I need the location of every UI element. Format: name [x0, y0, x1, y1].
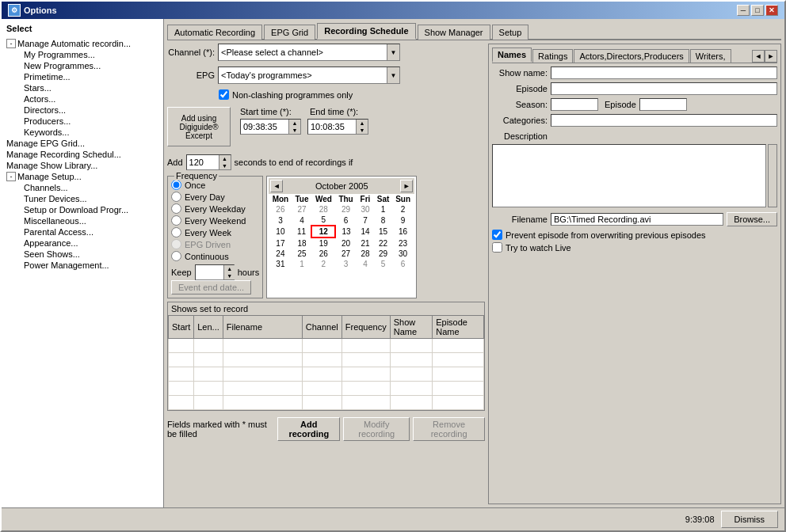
sidebar-item-channels[interactable]: Channels... — [5, 182, 160, 193]
seconds-up[interactable]: ▲ — [219, 155, 231, 162]
calendar-day[interactable]: 6 — [335, 215, 356, 226]
radio-every-weekend-input[interactable] — [171, 215, 181, 226]
maximize-button[interactable]: □ — [751, 5, 764, 16]
categories-input[interactable] — [551, 114, 777, 127]
keep-input[interactable] — [196, 267, 223, 278]
sidebar-item-manage-auto[interactable]: - Manage Automatic recordin... — [5, 38, 160, 49]
radio-once-input[interactable] — [171, 180, 181, 190]
radio-every-weekday-input[interactable] — [171, 203, 181, 214]
tab-show-manager[interactable]: Show Manager — [418, 25, 490, 40]
calendar-day[interactable]: 14 — [357, 226, 374, 238]
tab-epg-grid[interactable]: EPG Grid — [264, 25, 315, 40]
calendar-day[interactable]: 21 — [357, 238, 374, 249]
calendar-day[interactable]: 30 — [357, 204, 374, 215]
calendar-day[interactable]: 2 — [311, 259, 335, 269]
end-time-field[interactable]: ▲ ▼ — [307, 119, 368, 135]
calendar-day[interactable]: 31 — [269, 259, 292, 269]
show-name-input[interactable] — [551, 66, 777, 79]
modify-recording-button[interactable]: Modify recording — [343, 417, 410, 441]
radio-continuous-input[interactable] — [171, 251, 181, 261]
radio-every-day-input[interactable] — [171, 192, 181, 202]
calendar-day[interactable]: 3 — [269, 215, 292, 226]
calendar-day[interactable]: 27 — [292, 204, 312, 215]
sidebar-item-manage-recording[interactable]: Manage Recording Schedul... — [5, 149, 160, 160]
sidebar-item-directors[interactable]: Directors... — [5, 104, 160, 116]
epg-input[interactable] — [219, 70, 387, 81]
calendar-day[interactable]: 26 — [269, 204, 292, 215]
seconds-down[interactable]: ▼ — [219, 162, 231, 169]
names-tab-ratings[interactable]: Ratings — [532, 49, 573, 63]
calendar-day[interactable]: 30 — [392, 249, 414, 259]
sidebar-item-miscellaneous[interactable]: Miscellaneous... — [5, 215, 160, 226]
calendar-day[interactable]: 7 — [357, 215, 374, 226]
tab-automatic-recording[interactable]: Automatic Recording — [167, 25, 262, 40]
episode-input[interactable] — [551, 82, 777, 95]
dismiss-button[interactable]: Dismiss — [721, 511, 779, 528]
calendar-next-btn[interactable]: ► — [400, 180, 413, 192]
calendar-day[interactable]: 15 — [374, 226, 392, 238]
calendar-day[interactable]: 1 — [374, 204, 392, 215]
calendar-day[interactable]: 17 — [269, 238, 292, 249]
calendar-day[interactable]: 8 — [374, 215, 392, 226]
sidebar-item-appearance[interactable]: Appearance... — [5, 238, 160, 249]
episode2-input[interactable] — [639, 98, 687, 111]
sidebar-item-manage-setup[interactable]: - Manage Setup... — [5, 171, 160, 182]
calendar-day[interactable]: 22 — [374, 238, 392, 249]
calendar-day[interactable]: 27 — [335, 249, 356, 259]
sidebar-item-seen-shows[interactable]: Seen Shows... — [5, 249, 160, 260]
calendar-day[interactable]: 28 — [357, 249, 374, 259]
epg-dropdown-btn[interactable]: ▼ — [387, 67, 399, 83]
sidebar-item-new-programmes[interactable]: New Programmes... — [5, 60, 160, 71]
browse-button[interactable]: Browse... — [727, 212, 777, 226]
tab-recording-schedule[interactable]: Recording Schedule — [317, 23, 415, 40]
end-time-down[interactable]: ▼ — [357, 127, 368, 134]
start-time-field[interactable]: ▲ ▼ — [240, 119, 301, 135]
seconds-spinner[interactable]: ▲ ▼ — [186, 154, 231, 170]
seconds-input[interactable] — [187, 157, 219, 168]
keep-up[interactable]: ▲ — [224, 265, 235, 272]
minimize-button[interactable]: ─ — [737, 5, 750, 16]
calendar-day[interactable]: 16 — [392, 226, 414, 238]
sidebar-item-setup-download[interactable]: Setup or Download Progr... — [5, 204, 160, 215]
add-recording-button[interactable]: Add recording — [277, 417, 340, 441]
sidebar-item-power-management[interactable]: Power Management... — [5, 260, 160, 271]
tab-setup[interactable]: Setup — [492, 25, 529, 40]
keep-down[interactable]: ▼ — [224, 272, 235, 279]
remove-recording-button[interactable]: Remove recording — [413, 417, 485, 441]
sidebar-item-manage-epg[interactable]: Manage EPG Grid... — [5, 138, 160, 149]
names-tab-actors[interactable]: Actors,Directors,Producers — [574, 49, 689, 63]
sidebar-item-my-programmes[interactable]: My Programmes... — [5, 49, 160, 60]
sidebar-item-tuner-devices[interactable]: Tuner Devices... — [5, 193, 160, 204]
calendar-day[interactable]: 25 — [292, 249, 312, 259]
end-time-input[interactable] — [308, 121, 356, 132]
calendar-day[interactable]: 9 — [392, 215, 414, 226]
description-scrollbar[interactable] — [768, 144, 777, 207]
close-button[interactable]: ✕ — [765, 5, 778, 16]
try-watch-live-checkbox[interactable] — [492, 242, 502, 253]
calendar-day[interactable]: 23 — [392, 238, 414, 249]
filename-input[interactable] — [551, 213, 723, 226]
non-clashing-checkbox[interactable] — [219, 89, 229, 100]
calendar-day[interactable]: 20 — [335, 238, 356, 249]
calendar-day[interactable]: 18 — [292, 238, 312, 249]
start-time-down[interactable]: ▼ — [289, 127, 300, 134]
calendar-day[interactable]: 3 — [335, 259, 356, 269]
calendar-day[interactable]: 24 — [269, 249, 292, 259]
names-tab-writers[interactable]: Writers, — [690, 49, 731, 63]
keep-spinner[interactable]: ▲ ▼ — [195, 264, 235, 280]
calendar-day[interactable]: 5 — [311, 215, 335, 226]
calendar-day[interactable]: 29 — [335, 204, 356, 215]
calendar-day[interactable]: 11 — [292, 226, 312, 238]
calendar-day[interactable]: 13 — [335, 226, 356, 238]
epg-combo[interactable]: ▼ — [218, 66, 400, 84]
sidebar-item-actors[interactable]: Actors... — [5, 93, 160, 104]
channel-dropdown-btn[interactable]: ▼ — [387, 44, 399, 60]
sidebar-item-keywords[interactable]: Keywords... — [5, 127, 160, 138]
sidebar-item-primetime[interactable]: Primetime... — [5, 71, 160, 82]
calendar-day[interactable]: 10 — [269, 226, 292, 238]
calendar-day[interactable]: 12 — [311, 226, 335, 238]
calendar-day[interactable]: 19 — [311, 238, 335, 249]
radio-every-week-input[interactable] — [171, 227, 181, 238]
calendar-day[interactable]: 6 — [392, 259, 414, 269]
calendar-day[interactable]: 1 — [292, 259, 312, 269]
